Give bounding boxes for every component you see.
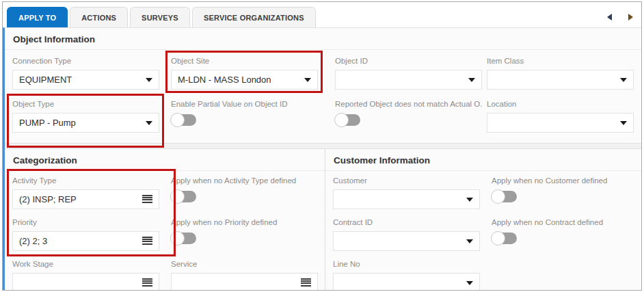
tab-apply-to[interactable]: APPLY TO <box>7 7 68 27</box>
dropdown-arrow-icon <box>468 78 475 82</box>
list-icon <box>301 278 311 287</box>
apply-no-customer-toggle[interactable] <box>492 191 517 202</box>
section-title: Categorization <box>5 149 325 171</box>
dropdown-value: EQUIPMENT <box>19 75 146 85</box>
categorization-highlight-group: Activity Type (2) INSP; REP Priority (2)… <box>12 176 171 252</box>
tab-surveys[interactable]: SURVEYS <box>130 7 190 27</box>
field-apply-no-contract: Apply when no Contract defined <box>492 218 639 252</box>
tab-actions[interactable]: ACTIONS <box>70 7 128 27</box>
field-contract-id: Contract ID <box>333 218 480 252</box>
list-icon <box>142 195 152 204</box>
dropdown-arrow-icon <box>620 78 627 82</box>
field-connection-type: Connection Type EQUIPMENT <box>12 57 159 90</box>
field-label: Line No <box>333 260 480 270</box>
field-location: Location <box>487 100 634 133</box>
field-enable-partial-value: Enable Partial Value on Object ID <box>171 100 318 133</box>
field-label: Object ID <box>335 57 482 67</box>
field-label: Object Type <box>12 100 159 110</box>
dropdown-arrow-icon <box>146 78 152 82</box>
tab-scroll-right-icon[interactable] <box>628 14 633 21</box>
field-label: Activity Type <box>12 176 159 187</box>
dropdown-value: PUMP - Pump <box>19 118 146 128</box>
categorization-grid: Activity Type (2) INSP; REP Priority (2)… <box>5 171 325 290</box>
field-label: Contract ID <box>333 218 480 228</box>
object-id-dropdown[interactable] <box>335 70 482 90</box>
field-work-stage: Work Stage <box>12 260 159 290</box>
item-class-dropdown[interactable] <box>487 70 634 90</box>
apply-no-activity-toggle[interactable] <box>171 191 196 202</box>
object-type-dropdown[interactable]: PUMP - Pump <box>12 113 159 133</box>
field-label: Apply when no Priority defined <box>171 218 318 228</box>
work-stage-multiselect[interactable] <box>12 273 159 290</box>
section-customer-information: Customer Information Customer Apply when… <box>325 149 641 290</box>
section-object-information: Object Information Connection Type EQUIP… <box>5 28 641 143</box>
tab-scroll-controls <box>607 14 633 27</box>
line-no-dropdown[interactable] <box>333 273 480 290</box>
tab-service-organizations[interactable]: SERVICE ORGANIZATIONS <box>192 7 316 27</box>
section-divider <box>5 143 641 149</box>
apply-to-form-page: APPLY TO ACTIONS SURVEYS SERVICE ORGANIZ… <box>0 0 644 292</box>
list-icon <box>142 278 152 287</box>
field-activity-type: Activity Type (2) INSP; REP <box>12 176 159 210</box>
location-dropdown[interactable] <box>487 113 634 133</box>
list-icon <box>142 237 152 245</box>
field-apply-no-priority: Apply when no Priority defined <box>171 218 318 252</box>
tab-bar: APPLY TO ACTIONS SURVEYS SERVICE ORGANIZ… <box>3 2 641 27</box>
apply-to-panel: Object Information Connection Type EQUIP… <box>3 27 641 290</box>
field-reported-object-mismatch: Reported Object does not match Actual O.… <box>335 100 482 133</box>
field-label: Enable Partial Value on Object ID <box>171 100 318 110</box>
connection-type-dropdown[interactable]: EQUIPMENT <box>12 70 159 90</box>
field-label: Apply when no Contract defined <box>492 218 639 228</box>
dropdown-arrow-icon <box>466 239 473 243</box>
field-label: Location <box>487 100 634 110</box>
multiselect-value: (2) INSP; REP <box>19 194 142 204</box>
apply-no-priority-toggle[interactable] <box>171 233 196 244</box>
dropdown-arrow-icon <box>146 121 152 125</box>
field-label: Reported Object does not match Actual O.… <box>335 100 482 110</box>
field-apply-no-customer: Apply when no Customer defined <box>492 176 639 210</box>
dropdown-arrow-icon <box>466 281 473 285</box>
field-label: Apply when no Customer defined <box>492 176 639 187</box>
enable-partial-value-toggle[interactable] <box>171 114 196 126</box>
multiselect-value: (2) 2; 3 <box>19 236 142 246</box>
priority-multiselect[interactable]: (2) 2; 3 <box>12 231 159 251</box>
field-priority: Priority (2) 2; 3 <box>12 218 159 252</box>
customer-dropdown[interactable] <box>333 189 480 209</box>
field-object-type: Object Type PUMP - Pump <box>12 100 159 133</box>
customer-information-grid: Customer Apply when no Customer defined … <box>325 171 641 290</box>
field-label: Customer <box>333 176 480 187</box>
apply-no-contract-toggle[interactable] <box>492 233 517 244</box>
field-label: Connection Type <box>12 57 159 67</box>
service-multiselect[interactable] <box>171 273 318 290</box>
field-label: Item Class <box>487 57 634 67</box>
section-title: Customer Information <box>325 149 641 171</box>
reported-object-mismatch-toggle[interactable] <box>335 114 360 126</box>
field-object-site: Object Site M-LDN - MASS London <box>171 57 318 90</box>
field-apply-no-activity: Apply when no Activity Type defined <box>171 176 318 210</box>
section-title: Object Information <box>5 28 641 50</box>
field-line-no: Line No <box>333 260 480 290</box>
field-label: Work Stage <box>12 260 159 270</box>
field-customer: Customer <box>333 176 480 210</box>
field-label: Apply when no Activity Type defined <box>171 176 318 187</box>
lower-sections: Categorization Activity Type (2) INSP; R… <box>5 149 641 290</box>
dropdown-arrow-icon <box>466 198 473 202</box>
field-service: Service <box>171 260 318 290</box>
activity-type-multiselect[interactable]: (2) INSP; REP <box>12 189 159 209</box>
dropdown-value: M-LDN - MASS London <box>178 75 304 85</box>
field-label: Service <box>171 260 318 270</box>
dropdown-arrow-icon <box>304 78 311 82</box>
contract-id-dropdown[interactable] <box>333 231 480 251</box>
field-object-id: Object ID <box>335 57 482 90</box>
field-label: Priority <box>12 218 159 228</box>
field-item-class: Item Class <box>487 57 634 90</box>
section-categorization: Categorization Activity Type (2) INSP; R… <box>5 149 325 290</box>
dropdown-arrow-icon <box>620 121 627 125</box>
object-site-dropdown[interactable]: M-LDN - MASS London <box>171 70 318 90</box>
object-information-grid: Connection Type EQUIPMENT Object Site M-… <box>5 50 641 143</box>
tab-scroll-left-icon[interactable] <box>607 14 612 21</box>
field-label: Object Site <box>171 57 318 67</box>
